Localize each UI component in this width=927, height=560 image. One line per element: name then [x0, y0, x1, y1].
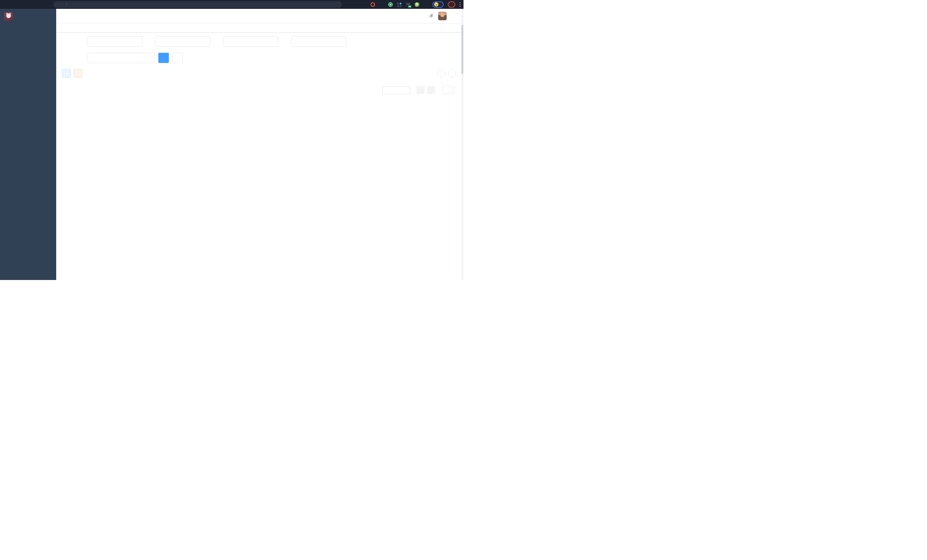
address-bar[interactable] — [54, 1, 342, 8]
filter-error-code — [220, 36, 278, 47]
sidebar — [0, 9, 56, 280]
add-button[interactable] — [62, 69, 71, 77]
github-icon[interactable] — [399, 14, 404, 18]
jump-page-input[interactable] — [442, 86, 454, 94]
app-frame: tT — [0, 9, 464, 280]
reset-button[interactable] — [172, 53, 183, 63]
main-area: tT — [56, 9, 464, 280]
filter-create-time — [62, 53, 155, 63]
navbar-right: tT — [389, 12, 459, 20]
extension-green-icon[interactable]: V — [388, 2, 393, 7]
on-badge: on — [408, 5, 411, 8]
pagination — [62, 81, 458, 94]
error-code-input[interactable] — [223, 37, 278, 47]
browser-chrome: V on — [0, 0, 464, 9]
page-jumper — [440, 86, 456, 94]
calendar-icon — [91, 56, 95, 60]
page-content — [56, 32, 464, 280]
chevron-down-icon[interactable] — [452, 15, 455, 18]
forward-icon[interactable] — [18, 2, 22, 7]
next-page-button[interactable] — [427, 86, 435, 94]
scrollbar-thumb[interactable] — [462, 25, 463, 74]
bookmark-star-icon[interactable] — [362, 2, 366, 7]
home-icon[interactable] — [44, 2, 49, 7]
error-code-input-box — [223, 36, 278, 47]
navbar: tT — [56, 9, 464, 23]
export-button[interactable] — [74, 69, 82, 77]
kebab-menu-icon[interactable] — [459, 2, 460, 7]
extensions-puzzle-icon[interactable] — [424, 2, 428, 7]
filter-error-type — [62, 36, 142, 47]
chrome-right-cluster: V on — [362, 2, 460, 8]
prev-page-button[interactable] — [416, 86, 424, 94]
emoji-face-icon — [434, 2, 438, 6]
warning-icon — [57, 3, 61, 6]
back-icon[interactable] — [5, 2, 9, 7]
hamburger-icon[interactable] — [61, 14, 66, 19]
avatar[interactable] — [438, 12, 447, 20]
chevron-down-icon — [136, 40, 139, 43]
search-button[interactable] — [158, 53, 169, 63]
filter-error-message — [288, 36, 346, 47]
search-icon[interactable] — [389, 14, 394, 18]
page-scrollbar[interactable] — [461, 9, 464, 280]
toggle-search-button[interactable] — [437, 69, 445, 77]
font-size-icon[interactable]: tT — [430, 14, 433, 18]
update-button[interactable] — [448, 2, 455, 8]
tags-view — [56, 23, 464, 32]
filter-row-2 — [62, 53, 458, 63]
error-message-input[interactable] — [292, 37, 346, 47]
fullscreen-icon[interactable] — [419, 14, 424, 18]
extension-orange-icon[interactable] — [371, 2, 375, 7]
date-range-picker[interactable] — [88, 53, 155, 63]
error-message-input-box — [291, 36, 346, 47]
extension-key-icon[interactable] — [415, 2, 419, 7]
help-icon[interactable] — [409, 14, 414, 18]
refresh-table-button[interactable] — [448, 69, 456, 77]
extension-grid-icon[interactable] — [397, 2, 401, 7]
reload-icon[interactable] — [31, 2, 35, 7]
extension-gem-icon[interactable] — [379, 2, 384, 7]
app-name-input[interactable] — [156, 37, 210, 47]
paused-badge[interactable] — [432, 2, 444, 8]
toolbar-right — [437, 69, 458, 77]
error-type-select[interactable] — [88, 36, 142, 47]
filter-row-1 — [62, 36, 458, 47]
extension-tabs-icon[interactable]: on — [406, 2, 410, 7]
sidebar-menu — [0, 24, 56, 280]
table-toolbar — [62, 69, 458, 77]
logo-rabbit-image — [4, 12, 13, 21]
app-name-input-box — [155, 36, 210, 47]
page-size-select[interactable] — [383, 86, 410, 94]
filter-app-name — [152, 36, 210, 47]
sidebar-logo-row[interactable] — [0, 9, 56, 24]
